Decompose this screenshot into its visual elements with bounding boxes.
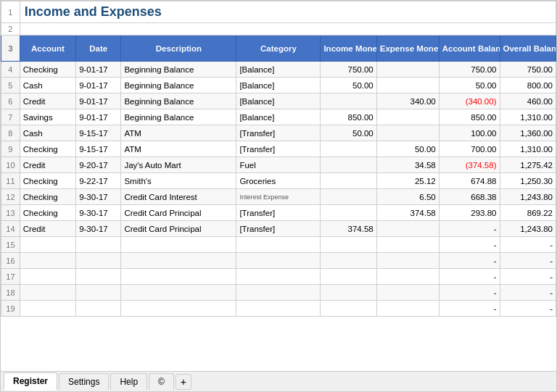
- cell-expense[interactable]: [376, 125, 439, 141]
- cell-overall[interactable]: 1,360.00: [500, 125, 556, 141]
- cell-date[interactable]: [76, 237, 121, 253]
- cell-date[interactable]: [76, 253, 121, 269]
- cell-expense[interactable]: [376, 253, 439, 269]
- cell-account[interactable]: [20, 237, 75, 253]
- cell-expense[interactable]: [376, 285, 439, 301]
- cell-expense[interactable]: [376, 269, 439, 285]
- cell-expense[interactable]: 34.58: [376, 157, 439, 173]
- cell-account[interactable]: Checking: [20, 205, 75, 221]
- cell-category[interactable]: Fuel: [236, 157, 321, 173]
- cell-description[interactable]: [121, 253, 236, 269]
- cell-category[interactable]: Interest Expense: [236, 189, 321, 205]
- cell-account[interactable]: [20, 253, 75, 269]
- cell-date[interactable]: 9-30-17: [76, 189, 121, 205]
- cell-overall[interactable]: 750.00: [500, 62, 556, 78]
- cell-account[interactable]: [20, 285, 75, 301]
- cell-category[interactable]: [Balance]: [236, 62, 321, 78]
- cell-income[interactable]: [321, 237, 376, 253]
- cell-overall[interactable]: 460.00: [500, 93, 556, 109]
- cell-account[interactable]: Credit: [20, 221, 75, 237]
- cell-balance[interactable]: 700.00: [439, 141, 500, 157]
- cell-account[interactable]: Checking: [20, 141, 75, 157]
- cell-overall[interactable]: 1,243.80: [500, 189, 556, 205]
- cell-date[interactable]: 9-01-17: [76, 93, 121, 109]
- cell-description[interactable]: ATM: [121, 125, 236, 141]
- cell-balance[interactable]: -: [439, 253, 500, 269]
- cell-description[interactable]: [121, 237, 236, 253]
- cell-account[interactable]: Checking: [20, 173, 75, 189]
- cell-overall[interactable]: 1,310.00: [500, 109, 556, 125]
- cell-balance[interactable]: 850.00: [439, 109, 500, 125]
- cell-overall[interactable]: -: [500, 237, 556, 253]
- cell-description[interactable]: Credit Card Principal: [121, 205, 236, 221]
- cell-balance[interactable]: -: [439, 269, 500, 285]
- cell-category[interactable]: [Transfer]: [236, 221, 321, 237]
- cell-category[interactable]: [236, 285, 321, 301]
- cell-category[interactable]: [236, 253, 321, 269]
- cell-expense[interactable]: 25.12: [376, 173, 439, 189]
- cell-balance[interactable]: (374.58): [439, 157, 500, 173]
- tab-help[interactable]: Help: [110, 373, 147, 390]
- cell-description[interactable]: Beginning Balance: [121, 78, 236, 93]
- cell-date[interactable]: 9-30-17: [76, 205, 121, 221]
- cell-income[interactable]: [321, 253, 376, 269]
- cell-account[interactable]: Cash: [20, 125, 75, 141]
- cell-expense[interactable]: [376, 62, 439, 78]
- cell-expense[interactable]: 340.00: [376, 93, 439, 109]
- cell-date[interactable]: 9-15-17: [76, 125, 121, 141]
- cell-overall[interactable]: -: [500, 269, 556, 285]
- cell-balance[interactable]: 50.00: [439, 78, 500, 93]
- cell-description[interactable]: Beginning Balance: [121, 109, 236, 125]
- tab-add-button[interactable]: +: [176, 374, 191, 390]
- cell-income[interactable]: [321, 285, 376, 301]
- cell-income[interactable]: 850.00: [321, 109, 376, 125]
- cell-description[interactable]: Credit Card Principal: [121, 221, 236, 237]
- cell-description[interactable]: ATM: [121, 141, 236, 157]
- tab-settings[interactable]: Settings: [59, 373, 109, 390]
- cell-date[interactable]: 9-15-17: [76, 141, 121, 157]
- cell-income[interactable]: 750.00: [321, 62, 376, 78]
- cell-expense[interactable]: [376, 78, 439, 93]
- cell-income[interactable]: 50.00: [321, 78, 376, 93]
- cell-income[interactable]: [321, 269, 376, 285]
- cell-account[interactable]: Checking: [20, 62, 75, 78]
- cell-category[interactable]: [Balance]: [236, 109, 321, 125]
- cell-description[interactable]: [121, 285, 236, 301]
- cell-balance[interactable]: 668.38: [439, 189, 500, 205]
- cell-category[interactable]: [236, 301, 321, 317]
- cell-expense[interactable]: 50.00: [376, 141, 439, 157]
- cell-account[interactable]: [20, 269, 75, 285]
- cell-income[interactable]: [321, 301, 376, 317]
- cell-expense[interactable]: 374.58: [376, 205, 439, 221]
- cell-expense[interactable]: [376, 237, 439, 253]
- cell-description[interactable]: [121, 269, 236, 285]
- cell-expense[interactable]: [376, 221, 439, 237]
- cell-income[interactable]: 50.00: [321, 125, 376, 141]
- cell-balance[interactable]: -: [439, 221, 500, 237]
- cell-income[interactable]: [321, 157, 376, 173]
- cell-income[interactable]: 374.58: [321, 221, 376, 237]
- cell-date[interactable]: 9-01-17: [76, 62, 121, 78]
- cell-income[interactable]: [321, 141, 376, 157]
- cell-balance[interactable]: 674.88: [439, 173, 500, 189]
- cell-overall[interactable]: -: [500, 253, 556, 269]
- cell-overall[interactable]: 1,243.80: [500, 221, 556, 237]
- cell-income[interactable]: [321, 189, 376, 205]
- cell-overall[interactable]: 1,310.00: [500, 141, 556, 157]
- cell-balance[interactable]: -: [439, 237, 500, 253]
- cell-account[interactable]: Savings: [20, 109, 75, 125]
- cell-date[interactable]: [76, 301, 121, 317]
- cell-expense[interactable]: [376, 301, 439, 317]
- cell-balance[interactable]: 750.00: [439, 62, 500, 78]
- cell-balance[interactable]: -: [439, 285, 500, 301]
- cell-description[interactable]: Smith's: [121, 173, 236, 189]
- cell-category[interactable]: [Transfer]: [236, 141, 321, 157]
- cell-overall[interactable]: 869.22: [500, 205, 556, 221]
- cell-category[interactable]: Groceries: [236, 173, 321, 189]
- cell-account[interactable]: Credit: [20, 93, 75, 109]
- cell-account[interactable]: Checking: [20, 189, 75, 205]
- cell-date[interactable]: 9-22-17: [76, 173, 121, 189]
- cell-account[interactable]: Cash: [20, 78, 75, 93]
- cell-balance[interactable]: 100.00: [439, 125, 500, 141]
- cell-date[interactable]: [76, 269, 121, 285]
